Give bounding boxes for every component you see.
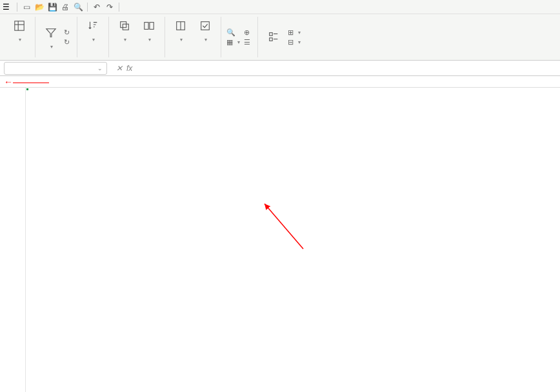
- show-all-button[interactable]: ↻: [64, 28, 72, 37]
- redo-icon[interactable]: ↷: [104, 1, 115, 13]
- name-box[interactable]: ⌄: [4, 62, 107, 75]
- file-menu[interactable]: ☰: [3, 3, 10, 12]
- cancel-icon[interactable]: ✕: [116, 64, 123, 73]
- svg-rect-10: [270, 32, 273, 35]
- split-icon: [173, 18, 188, 34]
- sort-icon: [85, 18, 101, 34]
- svg-rect-11: [270, 37, 273, 41]
- preview-icon[interactable]: 🔍: [72, 1, 84, 13]
- formula-input[interactable]: [137, 62, 560, 75]
- ungroup-button[interactable]: ⊟ ▾: [288, 38, 301, 46]
- create-group-button[interactable]: ⊞ ▾: [288, 28, 301, 37]
- annotation-arrow-1: ←————: [4, 77, 49, 87]
- svg-rect-6: [150, 23, 154, 30]
- sheet-area: [0, 88, 560, 392]
- active-cell-indicator: [26, 88, 28, 90]
- dup-icon: [117, 18, 132, 34]
- ribbon: ▾ ▾ ↻ ↻ ▾ ▾ ▾ ▾ ▾: [0, 14, 560, 61]
- outline-level-bar: ←————: [0, 76, 560, 88]
- split-button[interactable]: ▾: [170, 17, 191, 57]
- undo-icon[interactable]: ↶: [91, 1, 103, 13]
- chevron-down-icon: ⌄: [97, 65, 103, 72]
- pivot-table-button[interactable]: ▾: [9, 17, 30, 44]
- fx-area: ✕ fx: [111, 64, 137, 73]
- fx-icon[interactable]: fx: [126, 64, 132, 73]
- compare-button[interactable]: ▾: [139, 17, 159, 57]
- outline-gutter: [0, 88, 26, 392]
- reapply-button[interactable]: ↻: [64, 38, 72, 46]
- merge-calc-button[interactable]: ⊕: [244, 28, 252, 37]
- dropdown-button[interactable]: ☰: [244, 38, 252, 46]
- filter-button[interactable]: ▾: [41, 24, 61, 51]
- svg-rect-4: [123, 24, 128, 30]
- svg-rect-3: [121, 22, 126, 28]
- subtotal-button[interactable]: [263, 28, 284, 47]
- save-icon[interactable]: 💾: [46, 1, 58, 13]
- lookup-button[interactable]: 🔍: [226, 28, 240, 37]
- fill-button[interactable]: ▦ ▾: [226, 38, 240, 46]
- svg-rect-5: [145, 23, 148, 30]
- menubar: ☰ ▭ 📂 💾 🖨 🔍 ↶ ↷: [0, 0, 560, 14]
- duplicates-button[interactable]: ▾: [114, 17, 135, 57]
- funnel-icon: [43, 25, 59, 41]
- open-icon[interactable]: 📂: [34, 1, 45, 13]
- pivot-icon: [12, 18, 27, 34]
- sort-button[interactable]: ▾: [83, 17, 103, 44]
- check-icon: [197, 18, 213, 34]
- compare-icon: [141, 18, 157, 34]
- validity-button[interactable]: ▾: [195, 17, 215, 57]
- formula-bar: ⌄ ✕ fx: [0, 61, 560, 76]
- new-icon[interactable]: ▭: [21, 1, 32, 13]
- svg-rect-9: [201, 22, 210, 30]
- print-icon[interactable]: 🖨: [59, 1, 71, 13]
- svg-rect-0: [15, 21, 24, 30]
- subtotal-icon: [266, 29, 281, 44]
- svg-line-14: [265, 204, 303, 249]
- grid[interactable]: [26, 88, 560, 392]
